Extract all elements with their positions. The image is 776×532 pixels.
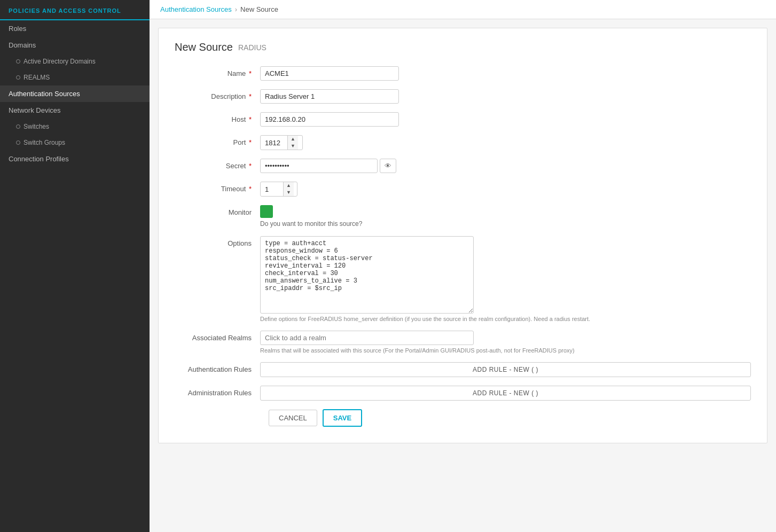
realms-input[interactable] (260, 331, 474, 345)
sidebar-item-domains[interactable]: Domains (0, 37, 150, 53)
admin-rules-row: Administration Rules ADD RULE - NEW ( ) (175, 386, 751, 401)
secret-input[interactable] (260, 159, 378, 173)
cancel-button[interactable]: CANCEL (269, 410, 317, 426)
port-wrap: ▲ ▼ (260, 135, 751, 150)
sidebar-item-connection-profiles[interactable]: Connection Profiles (0, 151, 150, 167)
port-down-button[interactable]: ▼ (288, 143, 298, 150)
name-wrap (260, 66, 751, 81)
timeout-label: Timeout * (175, 182, 260, 193)
auth-rules-label: Authentication Rules (175, 362, 260, 373)
secret-wrap: 👁 (260, 159, 751, 173)
sidebar-item-switches[interactable]: Switches (0, 119, 150, 135)
auth-rules-row: Authentication Rules ADD RULE - NEW ( ) (175, 362, 751, 377)
description-wrap (260, 89, 751, 104)
sub-dot (16, 140, 20, 145)
description-input[interactable] (260, 89, 399, 104)
breadcrumb-sep: › (235, 5, 237, 13)
options-hint: Define options for FreeRADIUS home_serve… (260, 316, 634, 322)
sub-dot (16, 75, 20, 80)
sidebar-header: Policies and Access Control (0, 0, 150, 20)
secret-row: Secret * 👁 (175, 159, 751, 173)
main-content: Authentication Sources › New Source New … (150, 0, 776, 532)
timeout-wrap: ▲ ▼ (260, 182, 751, 197)
breadcrumb-parent[interactable]: Authentication Sources (160, 5, 232, 13)
sidebar-item-roles[interactable]: Roles (0, 20, 150, 37)
timeout-spinners: ▲ ▼ (283, 182, 294, 196)
port-label: Port * (175, 135, 260, 146)
description-row: Description * (175, 89, 751, 104)
name-input[interactable] (260, 66, 399, 81)
name-label: Name * (175, 66, 260, 77)
timeout-down-button[interactable]: ▼ (284, 189, 294, 196)
port-row: Port * ▲ ▼ (175, 135, 751, 150)
sidebar-item-network-devices[interactable]: Network Devices (0, 102, 150, 119)
realms-hint: Realms that will be associated with this… (260, 347, 581, 354)
options-label: Options (175, 236, 260, 247)
sidebar: Policies and Access Control Roles Domain… (0, 0, 150, 532)
sidebar-item-switch-groups[interactable]: Switch Groups (0, 135, 150, 151)
port-up-button[interactable]: ▲ (288, 136, 298, 143)
name-row: Name * (175, 66, 751, 81)
admin-rules-wrap: ADD RULE - NEW ( ) (260, 386, 751, 401)
timeout-row: Timeout * ▲ ▼ (175, 182, 751, 197)
monitor-row: Monitor Do you want to monitor this sour… (175, 205, 751, 228)
admin-rules-label: Administration Rules (175, 386, 260, 397)
timeout-input[interactable] (261, 183, 283, 196)
port-input[interactable] (261, 136, 287, 150)
add-admin-rule-button[interactable]: ADD RULE - NEW ( ) (260, 386, 751, 401)
monitor-control-wrap: Do you want to monitor this source? (260, 205, 751, 228)
form-card: New Source RADIUS Name * Description * H… (158, 28, 767, 443)
auth-rules-wrap: ADD RULE - NEW ( ) (260, 362, 751, 377)
monitor-toggle[interactable] (260, 205, 273, 218)
monitor-label: Monitor (175, 205, 260, 216)
host-label: Host * (175, 112, 260, 123)
sidebar-item-realms[interactable]: REALMS (0, 69, 150, 85)
breadcrumb-current: New Source (240, 5, 278, 13)
form-actions: CANCEL SAVE (175, 409, 751, 427)
port-spinners: ▲ ▼ (287, 136, 298, 150)
port-spinner-wrap: ▲ ▼ (260, 135, 303, 150)
add-auth-rule-button[interactable]: ADD RULE - NEW ( ) (260, 362, 751, 377)
toggle-secret-button[interactable]: 👁 (380, 159, 396, 173)
timeout-spinner-wrap: ▲ ▼ (260, 182, 297, 197)
options-textarea[interactable]: type = auth+acct response_window = 6 sta… (260, 236, 474, 314)
options-row: Options type = auth+acct response_window… (175, 236, 751, 322)
description-label: Description * (175, 89, 260, 100)
save-button[interactable]: SAVE (323, 409, 362, 427)
sub-dot (16, 124, 20, 129)
form-title: New Source RADIUS (175, 41, 751, 53)
monitor-wrap: Do you want to monitor this source? (260, 205, 751, 228)
sidebar-item-ad-domains[interactable]: Active Directory Domains (0, 53, 150, 69)
breadcrumb: Authentication Sources › New Source (150, 0, 776, 19)
sidebar-item-auth-sources[interactable]: Authentication Sources (0, 85, 150, 102)
options-wrap: type = auth+acct response_window = 6 sta… (260, 236, 751, 322)
form-subtitle: RADIUS (238, 43, 266, 52)
realms-row: Associated Realms Realms that will be as… (175, 331, 751, 354)
timeout-up-button[interactable]: ▲ (284, 182, 294, 189)
host-row: Host * (175, 112, 751, 127)
sub-dot (16, 59, 20, 64)
realms-label: Associated Realms (175, 331, 260, 342)
secret-field-wrap: 👁 (260, 159, 751, 173)
monitor-hint: Do you want to monitor this source? (260, 220, 751, 228)
host-input[interactable] (260, 112, 399, 127)
secret-label: Secret * (175, 159, 260, 170)
host-wrap (260, 112, 751, 127)
realms-wrap: Realms that will be associated with this… (260, 331, 751, 354)
